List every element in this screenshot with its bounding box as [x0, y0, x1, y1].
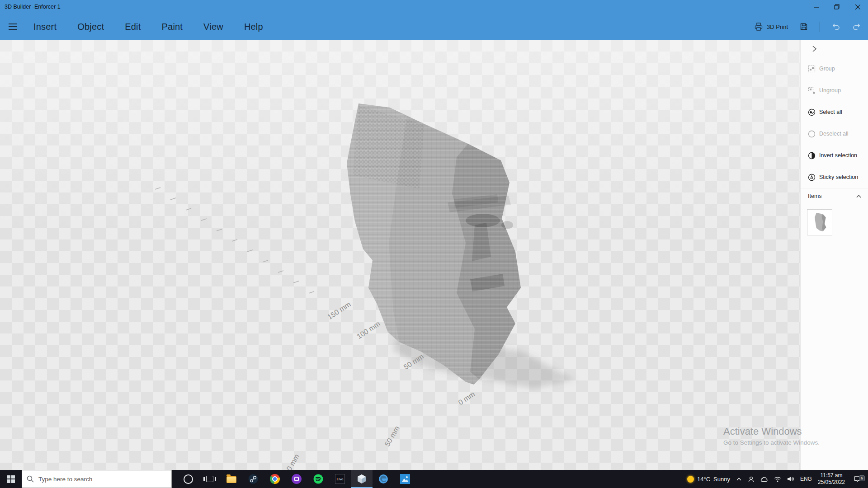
item-thumbnail[interactable] — [807, 209, 832, 235]
edge-button[interactable] — [373, 470, 394, 488]
close-icon — [855, 5, 860, 9]
deselect-all-icon — [808, 130, 816, 138]
chrome-button[interactable] — [264, 470, 286, 488]
select-all-label: Select all — [819, 109, 842, 115]
redo-button[interactable] — [852, 23, 861, 31]
search-input[interactable] — [38, 475, 167, 483]
live-app-label: Live — [337, 477, 344, 481]
clock-date: 25/05/2022 — [818, 479, 845, 486]
3d-builder-taskbar-button[interactable] — [351, 470, 373, 488]
sticky-selection-icon — [808, 174, 816, 181]
deselect-all-button[interactable]: Deselect all — [801, 123, 868, 145]
clock-time: 11:57 am — [818, 472, 845, 479]
sticky-selection-button[interactable]: Sticky selection — [801, 166, 868, 188]
group-button[interactable]: Group — [801, 58, 868, 80]
menu-paint[interactable]: Paint — [162, 22, 183, 32]
group-label: Group — [819, 66, 835, 72]
restore-icon — [834, 4, 840, 9]
live-app-icon: Live — [335, 474, 345, 484]
start-button[interactable] — [0, 470, 22, 488]
ruler-ticks — [155, 188, 314, 293]
action-center-button[interactable]: 6 — [851, 476, 864, 483]
ungroup-button[interactable]: Ungroup — [801, 80, 868, 101]
3d-builder-icon — [357, 474, 367, 484]
scene-3d: 150 mm 100 mm 50 mm 0 mm 50 mm 100 mm — [0, 40, 800, 470]
onedrive-button[interactable] — [760, 476, 768, 482]
photos-icon — [400, 474, 410, 484]
ungroup-label: Ungroup — [819, 87, 841, 94]
viewport-canvas[interactable]: 150 mm 100 mm 50 mm 0 mm 50 mm 100 mm — [0, 40, 800, 470]
3d-print-button[interactable]: 3D Print — [754, 23, 788, 31]
photos-button[interactable] — [394, 470, 416, 488]
steam-icon — [248, 474, 258, 484]
live-app-button[interactable]: Live — [329, 470, 351, 488]
minimize-icon — [814, 5, 819, 9]
3d-print-icon — [754, 23, 763, 31]
close-button[interactable] — [847, 0, 868, 14]
people-icon — [748, 476, 755, 483]
undo-button[interactable] — [832, 23, 840, 31]
model-object[interactable] — [347, 103, 521, 385]
spotify-button[interactable] — [307, 470, 329, 488]
task-view-icon — [206, 476, 213, 482]
3d-print-label: 3D Print — [767, 23, 788, 30]
weather-temp: 14°C — [697, 476, 710, 483]
volume-button[interactable] — [787, 476, 794, 482]
tray-people-button[interactable] — [748, 476, 755, 483]
select-all-icon — [808, 108, 816, 116]
speaker-icon — [787, 476, 794, 482]
chevron-up-tray-icon — [736, 477, 742, 481]
steam-button[interactable] — [242, 470, 264, 488]
cortana-button[interactable] — [177, 470, 199, 488]
invert-selection-label: Invert selection — [819, 152, 857, 159]
menu-help[interactable]: Help — [244, 22, 263, 32]
save-button[interactable] — [800, 23, 808, 31]
invert-selection-icon — [808, 152, 816, 160]
window-title: 3D Builder -Enforcer 1 — [0, 4, 806, 10]
save-icon — [800, 23, 808, 31]
deselect-all-label: Deselect all — [819, 131, 849, 137]
toolbar-divider — [820, 22, 820, 32]
selection-panel: Group Ungroup Select all Deselect all In… — [800, 40, 868, 470]
wifi-icon — [774, 476, 781, 482]
redo-icon — [852, 23, 861, 31]
spotify-icon — [313, 474, 323, 484]
clock[interactable]: 11:57 am 25/05/2022 — [818, 472, 845, 486]
taskbar: Live — [0, 470, 868, 488]
minimize-button[interactable] — [806, 0, 826, 14]
chevron-up-icon[interactable] — [856, 194, 862, 198]
file-explorer-button[interactable] — [221, 470, 242, 488]
axis-label-x-100: 100 mm — [355, 320, 382, 341]
gog-galaxy-button[interactable] — [286, 470, 307, 488]
search-icon — [27, 475, 34, 483]
title-bar: 3D Builder -Enforcer 1 — [0, 0, 868, 14]
windows-logo-icon — [7, 475, 15, 483]
cortana-icon — [184, 474, 193, 484]
menu-view[interactable]: View — [203, 22, 223, 32]
invert-selection-button[interactable]: Invert selection — [801, 145, 868, 166]
chrome-icon — [270, 474, 280, 484]
language-indicator[interactable]: ENG — [800, 476, 812, 482]
hamburger-menu-button[interactable] — [4, 18, 22, 36]
select-all-button[interactable]: Select all — [801, 101, 868, 123]
items-header-label: Items — [808, 193, 822, 199]
collapse-panel-button[interactable] — [809, 43, 820, 54]
group-icon — [808, 65, 816, 73]
axis-label-x-150: 150 mm — [326, 300, 352, 321]
menu-insert[interactable]: Insert — [33, 22, 57, 32]
taskbar-search[interactable] — [22, 470, 172, 488]
item-thumbnail-model — [811, 211, 829, 233]
edge-icon — [378, 474, 388, 484]
cloud-icon — [760, 476, 768, 482]
network-button[interactable] — [774, 476, 781, 482]
menu-edit[interactable]: Edit — [125, 22, 141, 32]
tray-overflow-button[interactable] — [736, 477, 742, 481]
file-explorer-icon — [226, 476, 236, 483]
menu-object[interactable]: Object — [77, 22, 104, 32]
axis-label-y-50: 50 mm — [383, 425, 401, 448]
task-view-button[interactable] — [199, 470, 221, 488]
chevron-right-icon — [811, 45, 817, 52]
weather-widget[interactable]: 14°C Sunny — [687, 476, 730, 483]
restore-button[interactable] — [826, 0, 847, 14]
menu-bar: Insert Object Edit Paint View Help 3D Pr… — [0, 14, 868, 40]
